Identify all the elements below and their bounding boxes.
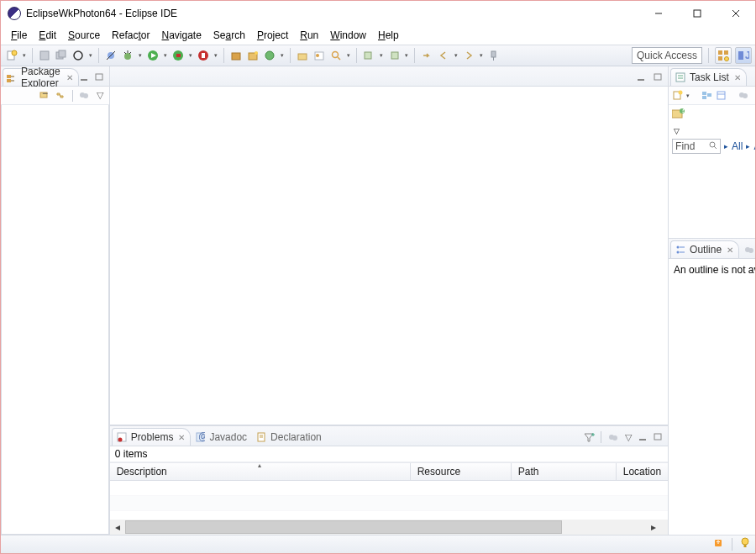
svg-rect-31 <box>365 52 371 59</box>
svg-rect-66 <box>676 73 685 82</box>
updates-available-icon[interactable] <box>712 537 724 551</box>
problems-maximize-button[interactable] <box>653 431 664 443</box>
editor-maximize-button[interactable] <box>653 71 664 83</box>
scroll-left-button[interactable]: ◂ <box>110 520 125 535</box>
menu-refactor[interactable]: Refactor <box>107 28 155 43</box>
menu-file[interactable]: File <box>6 28 32 43</box>
quick-access-input[interactable]: Quick Access <box>632 47 702 64</box>
outline-icon <box>675 244 686 256</box>
external-tools-button[interactable] <box>196 48 211 63</box>
menu-window[interactable]: Window <box>325 28 371 43</box>
outline-view: Outline ✕ ▽ An outline is not available. <box>669 238 756 535</box>
col-location[interactable]: Location <box>617 463 668 480</box>
java-perspective-button[interactable]: J <box>735 47 752 64</box>
view-maximize-button[interactable] <box>94 71 106 83</box>
collapse-all-button[interactable]: − <box>39 90 51 102</box>
save-all-button[interactable] <box>54 48 69 63</box>
search-button[interactable] <box>328 48 344 63</box>
categorized-button[interactable] <box>701 90 712 102</box>
editor-body[interactable] <box>110 87 668 425</box>
menu-help[interactable]: Help <box>373 28 404 43</box>
scroll-thumb[interactable] <box>125 520 562 534</box>
new-button[interactable] <box>4 48 19 63</box>
sort-asc-icon: ▴ <box>258 462 261 469</box>
new-package-button[interactable] <box>228 48 244 63</box>
last-edit-button[interactable] <box>419 48 434 63</box>
problems-rows[interactable] <box>110 481 668 520</box>
window-minimize-button[interactable] <box>639 1 678 26</box>
menu-bar: File Edit Source Refactor Navigate Searc… <box>1 26 755 45</box>
annotation-next-button[interactable] <box>386 48 402 63</box>
annotation-prev-button[interactable] <box>361 48 376 63</box>
open-task-button[interactable] <box>312 48 327 63</box>
svg-point-9 <box>74 51 82 60</box>
focus-task-button[interactable] <box>79 90 91 102</box>
new-dropdown[interactable]: ▾ <box>21 52 28 59</box>
back-button[interactable] <box>436 48 451 63</box>
problems-focus-button[interactable] <box>607 431 619 443</box>
expand-toggle[interactable]: ▽ <box>669 124 756 136</box>
svg-rect-6 <box>40 51 49 60</box>
menu-edit[interactable]: Edit <box>34 28 61 43</box>
scheduled-button[interactable] <box>716 90 727 102</box>
new-task-button[interactable] <box>672 90 683 102</box>
open-perspective-button[interactable] <box>715 47 732 64</box>
outline-tab[interactable]: Outline ✕ <box>670 240 739 258</box>
debug-button[interactable] <box>120 48 135 63</box>
build-button[interactable] <box>71 48 86 63</box>
task-list-tab[interactable]: Task List ✕ <box>670 68 747 86</box>
menu-run[interactable]: Run <box>295 28 323 43</box>
editor-minimize-button[interactable] <box>636 71 648 83</box>
link-editor-button[interactable] <box>55 90 66 102</box>
run-button[interactable] <box>145 48 160 63</box>
col-description[interactable]: Description▴ <box>110 463 411 480</box>
col-path[interactable]: Path <box>512 463 617 480</box>
outline-focus-button[interactable] <box>743 244 755 256</box>
window-close-button[interactable] <box>717 1 755 26</box>
save-button[interactable] <box>37 48 52 63</box>
uncategorized-row[interactable]: ? <box>669 105 756 124</box>
task-list-tabbar: Task List ✕ <box>669 66 756 87</box>
svg-text:?: ? <box>680 108 685 115</box>
view-menu-button[interactable]: ▽ <box>94 90 106 102</box>
scroll-right-button[interactable]: ▸ <box>646 520 661 535</box>
package-explorer-body[interactable] <box>1 105 109 535</box>
window-maximize-button[interactable] <box>678 1 717 26</box>
new-class-button[interactable] <box>245 48 260 63</box>
problems-hscrollbar[interactable]: ◂ ▸ <box>110 520 668 535</box>
task-list-tab-close-icon[interactable]: ✕ <box>734 73 741 82</box>
task-list-body[interactable] <box>669 156 756 238</box>
menu-source[interactable]: Source <box>63 28 105 43</box>
pin-editor-button[interactable] <box>486 48 501 63</box>
problems-view-menu-button[interactable]: ▽ <box>622 431 634 443</box>
task-find-placeholder: Find <box>675 140 695 152</box>
menu-search[interactable]: Search <box>208 28 250 43</box>
skip-breakpoints-button[interactable] <box>103 48 118 63</box>
problems-table-header: Description▴ Resource Path Location <box>110 462 668 481</box>
menu-project[interactable]: Project <box>252 28 293 43</box>
problems-count-text: 0 items <box>115 448 148 460</box>
package-explorer-tab-close-icon[interactable]: ✕ <box>66 73 73 82</box>
new-type-button[interactable] <box>262 48 277 63</box>
package-explorer-tab[interactable]: Package Explorer ✕ <box>3 68 79 86</box>
svg-line-30 <box>338 57 340 60</box>
declaration-tab[interactable]: Declaration <box>252 428 327 446</box>
tip-icon[interactable] <box>740 537 750 551</box>
coverage-button[interactable] <box>171 48 186 63</box>
svg-text:@: @ <box>198 432 205 442</box>
view-minimize-button[interactable] <box>79 71 91 83</box>
status-bar <box>1 535 755 553</box>
focus-workweek-button[interactable] <box>738 90 749 102</box>
task-filter-all-link[interactable]: All <box>732 140 743 152</box>
menu-navigate[interactable]: Navigate <box>156 28 206 43</box>
task-find-input[interactable]: Find <box>672 139 721 154</box>
problems-minimize-button[interactable] <box>638 431 649 443</box>
problems-filter-button[interactable] <box>583 431 595 443</box>
forward-button[interactable] <box>461 48 476 63</box>
col-resource[interactable]: Resource <box>411 463 512 480</box>
problems-tab-close-icon[interactable]: ✕ <box>178 433 185 442</box>
problems-tab[interactable]: Problems ✕ <box>112 428 192 446</box>
open-type-button[interactable] <box>295 48 310 63</box>
outline-tab-close-icon[interactable]: ✕ <box>727 245 733 255</box>
javadoc-tab[interactable]: @ Javadoc <box>191 428 252 446</box>
